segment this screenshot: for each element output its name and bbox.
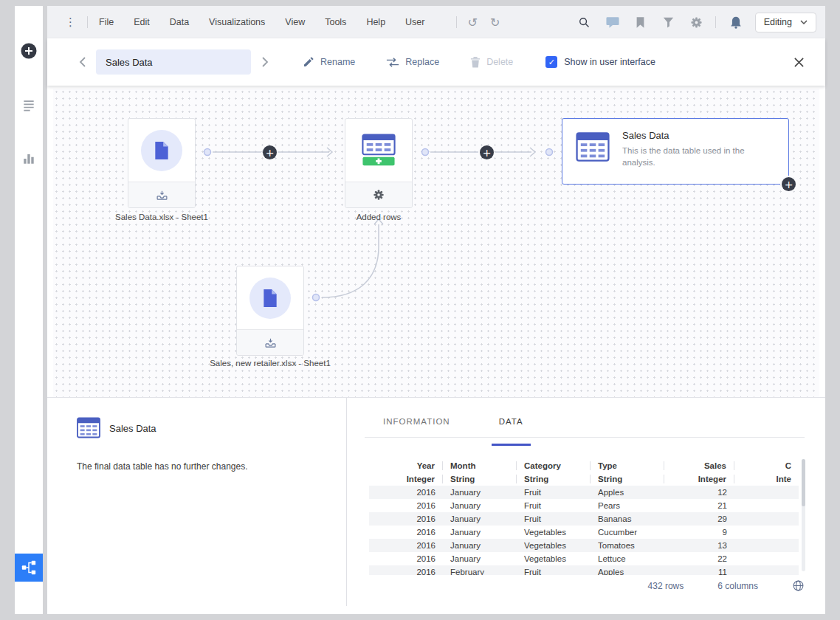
undo-icon[interactable]: ↺ <box>468 16 478 30</box>
cell: 22 <box>664 554 734 563</box>
globe-icon[interactable] <box>792 579 805 592</box>
next-source-icon[interactable] <box>258 55 272 69</box>
details-data: INFORMATION DATA Year Month Category Typ… <box>347 398 825 615</box>
add-step-after-final-button[interactable]: + <box>782 177 796 191</box>
delete-label: Delete <box>486 57 513 67</box>
table-row[interactable]: 2016JanuaryVegetablesTomatoes13 <box>369 539 799 552</box>
file-icon <box>154 141 170 160</box>
visualizations-icon[interactable] <box>19 149 38 168</box>
source-node-sales-data[interactable] <box>128 118 196 208</box>
details-title: Sales Data <box>109 423 156 434</box>
table-row[interactable]: 2016JanuaryVegetablesCucumber9 <box>369 526 799 539</box>
source-name-input[interactable] <box>96 49 251 75</box>
cell: January <box>443 488 517 497</box>
data-canvas-toolbar: Rename Replace Delete ✓ Show in user int… <box>47 38 825 86</box>
details-tabs: INFORMATION DATA <box>365 417 805 438</box>
chevron-down-icon <box>800 20 808 24</box>
pencil-icon <box>303 56 314 68</box>
column-header[interactable]: C <box>734 461 799 470</box>
menu-visualizations[interactable]: Visualizations <box>209 17 265 27</box>
cell: January <box>443 541 517 550</box>
table-row[interactable]: 2016JanuaryFruitPears21 <box>369 499 799 512</box>
column-count: 6 columns <box>717 581 758 591</box>
comments-icon[interactable] <box>605 15 620 30</box>
table-type-row: Integer String String String Integer Int… <box>369 472 799 486</box>
added-rows-label: Added rows <box>305 213 452 221</box>
replace-label: Replace <box>405 57 439 67</box>
data-canvas-tile[interactable] <box>15 554 43 582</box>
menu-view[interactable]: View <box>285 17 305 27</box>
previous-source-icon[interactable] <box>75 55 89 69</box>
final-node-description: This is the data table used in the analy… <box>622 145 776 168</box>
column-header[interactable]: Type <box>591 461 664 470</box>
add-step-button[interactable]: + <box>263 145 277 159</box>
source-node-footer[interactable] <box>237 329 303 355</box>
data-table-icon <box>77 417 100 441</box>
column-header[interactable]: Category <box>517 461 591 470</box>
add-step-button[interactable]: + <box>480 145 494 159</box>
table-row[interactable]: 2016JanuaryVegetablesLettuce22 <box>369 552 799 565</box>
added-rows-node[interactable] <box>345 118 413 208</box>
scrollbar-thumb[interactable] <box>802 459 805 506</box>
menu-user[interactable]: User <box>405 17 424 27</box>
menu-edit[interactable]: Edit <box>134 17 150 27</box>
bookmark-icon[interactable] <box>633 15 648 30</box>
source-node-new-retailer[interactable] <box>236 266 304 356</box>
mode-dropdown-label: Editing <box>764 17 792 27</box>
final-table-node[interactable]: Sales Data This is the data table used i… <box>562 118 789 185</box>
column-header[interactable]: Year <box>369 461 443 470</box>
menu-help[interactable]: Help <box>366 17 385 27</box>
menu-tools[interactable]: Tools <box>325 17 346 27</box>
cell: 13 <box>664 541 734 550</box>
menu-data[interactable]: Data <box>170 17 189 27</box>
replace-button[interactable]: Replace <box>386 57 439 68</box>
table-row[interactable]: 2016JanuaryFruitApples12 <box>369 486 799 499</box>
table-scrollbar[interactable] <box>802 459 805 571</box>
column-header[interactable]: Month <box>443 461 517 470</box>
cell: Vegetables <box>517 541 591 550</box>
column-header[interactable]: Sales <box>664 461 734 470</box>
cell: January <box>443 514 517 523</box>
settings-gear-icon[interactable] <box>689 15 704 30</box>
cell: 2016 <box>369 568 443 575</box>
data-canvas[interactable]: Sales Data.xlsx - Sheet1 Added rows <box>53 89 819 397</box>
close-icon[interactable] <box>791 55 806 69</box>
cell: 2016 <box>369 541 443 550</box>
cell: Pears <box>591 501 664 510</box>
cell: 12 <box>664 488 734 497</box>
cell: Fruit <box>517 501 591 510</box>
show-in-ui-checkbox-group[interactable]: ✓ Show in user interface <box>545 56 655 68</box>
cell: Apples <box>591 568 664 575</box>
search-icon[interactable] <box>577 15 592 30</box>
table-row[interactable]: 2016JanuaryFruitBananas29 <box>369 512 799 526</box>
add-visualization-icon[interactable] <box>19 41 38 61</box>
table-body: 2016JanuaryFruitApples12 2016JanuaryFrui… <box>369 486 799 575</box>
cell: 29 <box>664 514 734 523</box>
notifications-bell-icon[interactable] <box>729 15 743 30</box>
authoring-bar <box>15 6 43 614</box>
tab-data[interactable]: DATA <box>499 417 523 437</box>
rename-button[interactable]: Rename <box>303 56 355 68</box>
import-tray-icon <box>264 337 277 349</box>
data-list-icon[interactable] <box>19 96 38 115</box>
delete-button[interactable]: Delete <box>470 56 513 68</box>
filter-icon[interactable] <box>661 15 676 30</box>
final-node-text: Sales Data This is the data table used i… <box>622 130 776 184</box>
added-rows-settings[interactable] <box>345 182 412 207</box>
table-row[interactable]: 2016FebruaryFruitApples11 <box>369 565 799 575</box>
cell: Fruit <box>517 488 591 497</box>
kebab-menu-icon[interactable]: ⋮ <box>65 16 76 29</box>
cell: Bananas <box>591 514 664 523</box>
menu-file[interactable]: File <box>99 17 114 27</box>
cell: January <box>443 501 517 510</box>
cell: 2016 <box>369 528 443 537</box>
tab-information[interactable]: INFORMATION <box>383 417 450 437</box>
cell: January <box>443 528 517 537</box>
redo-icon[interactable]: ↻ <box>490 16 500 30</box>
source-node-footer[interactable] <box>128 182 195 207</box>
cell: Fruit <box>517 568 591 575</box>
mode-dropdown[interactable]: Editing <box>755 13 816 32</box>
table-footer: 432 rows 6 columns <box>648 579 805 592</box>
document-circle <box>249 278 291 319</box>
checkbox-checked[interactable]: ✓ <box>545 56 557 68</box>
